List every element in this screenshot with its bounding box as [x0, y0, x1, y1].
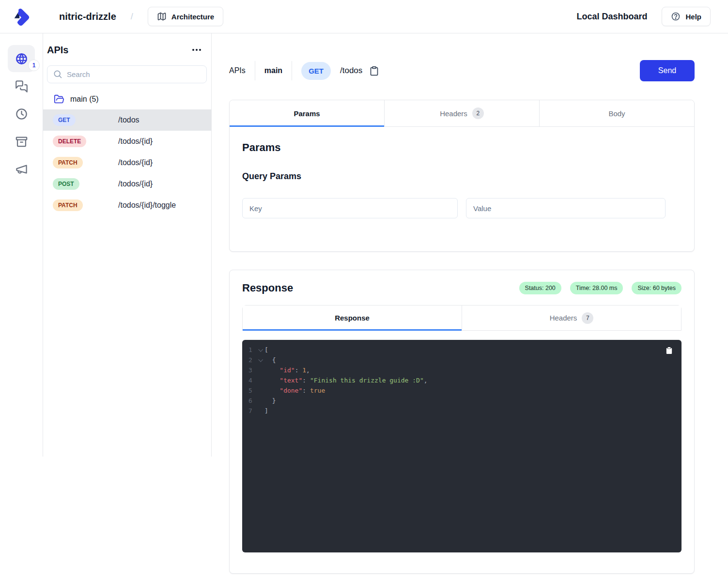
endpoint-path: /todos/{id} [118, 158, 153, 167]
copy-response-button[interactable] [665, 346, 673, 355]
method-badge: GET [53, 114, 76, 126]
help-label: Help [685, 13, 701, 21]
rail-item-schedules[interactable] [8, 100, 35, 127]
endpoint-list: GET /todos DELETE /todos/{id} PATCH /tod… [43, 109, 211, 216]
rail-item-storage[interactable] [8, 128, 35, 155]
method-badge: DELETE [53, 136, 86, 147]
nitric-logo-icon [11, 6, 31, 27]
size-badge: Size: 60 bytes [632, 282, 682, 294]
rail-item-apis[interactable]: 1 [8, 45, 35, 72]
clock-icon [15, 107, 28, 121]
nitric-logo[interactable] [0, 6, 43, 27]
endpoint-row[interactable]: PATCH /todos/{id} [43, 152, 211, 173]
map-icon [157, 12, 167, 21]
request-method-badge: GET [301, 62, 331, 80]
response-tabs: Response Headers 7 [242, 305, 682, 331]
request-card: Params Headers 2 Body Params Query Param… [229, 100, 695, 252]
tab-response-body[interactable]: Response [243, 306, 462, 330]
tab-headers[interactable]: Headers 2 [384, 100, 539, 126]
architecture-label: Architecture [171, 13, 214, 21]
endpoint-row[interactable]: PATCH /todos/{id}/toggle [43, 195, 211, 216]
title-separator: / [131, 12, 133, 22]
rail-item-topics[interactable] [8, 155, 35, 183]
send-button[interactable]: Send [640, 60, 695, 81]
main-content: APIs main GET /todos Send Params Heade [212, 33, 728, 581]
globe-icon [15, 52, 28, 65]
rail-item-websockets[interactable] [8, 73, 35, 100]
sidebar-menu-button[interactable] [191, 44, 202, 56]
breadcrumb-api-name[interactable]: main [264, 66, 282, 75]
breadcrumb-divider [255, 61, 255, 80]
status-badge: Status: 200 [519, 282, 561, 294]
endpoint-path: /todos [118, 116, 139, 124]
param-key-input[interactable] [242, 198, 458, 218]
megaphone-icon [15, 163, 28, 176]
method-badge: PATCH [53, 199, 83, 211]
endpoint-path: /todos/{id} [118, 180, 153, 188]
endpoint-row[interactable]: DELETE /todos/{id} [43, 131, 211, 152]
help-circle-icon [671, 12, 681, 21]
chat-icon [15, 80, 28, 93]
architecture-button[interactable]: Architecture [148, 7, 223, 26]
apis-count-badge: 1 [28, 60, 40, 71]
endpoint-row[interactable]: POST /todos/{id} [43, 173, 211, 195]
archive-icon [15, 135, 28, 148]
copy-path-button[interactable] [369, 66, 379, 76]
endpoint-row[interactable]: GET /todos [43, 109, 211, 131]
api-folder-main[interactable]: main (5) [43, 89, 211, 109]
breadcrumb-apis[interactable]: APIs [229, 66, 246, 75]
request-bar: APIs main GET /todos Send [229, 60, 695, 81]
folder-label: main (5) [70, 95, 99, 104]
method-badge: PATCH [53, 157, 83, 168]
response-card: Response Status: 200 Time: 28.00 ms Size… [229, 270, 695, 574]
project-title: nitric-drizzle [59, 11, 116, 22]
response-title: Response [242, 282, 293, 294]
tab-body[interactable]: Body [539, 100, 694, 126]
icon-rail: 1 [0, 33, 43, 581]
response-meta: Status: 200 Time: 28.00 ms Size: 60 byte… [519, 282, 682, 294]
response-headers-count-badge: 7 [582, 312, 593, 324]
time-badge: Time: 28.00 ms [570, 282, 623, 294]
apis-sidebar: APIs main (5) GET /todos DELETE [43, 33, 212, 457]
search-input[interactable] [47, 65, 207, 83]
help-button[interactable]: Help [662, 7, 711, 26]
endpoint-path: /todos/{id}/toggle [118, 201, 176, 210]
top-bar: nitric-drizzle / Architecture Local Dash… [0, 0, 728, 33]
endpoint-path: /todos/{id} [118, 137, 153, 146]
folder-open-icon [54, 94, 64, 105]
response-editor[interactable]: 1[2 {3 "id": 1,4 "text": "Finish this dr… [242, 340, 682, 552]
clipboard-icon [369, 66, 379, 76]
editor-lines: 1[2 {3 "id": 1,4 "text": "Finish this dr… [242, 345, 682, 416]
local-dashboard-label: Local Dashboard [576, 12, 647, 22]
search-icon [53, 69, 62, 79]
query-params-title: Query Params [242, 171, 682, 182]
ellipsis-icon [191, 44, 202, 56]
breadcrumb-divider [292, 61, 292, 80]
sidebar-title: APIs [47, 45, 68, 56]
request-tabs: Params Headers 2 Body [230, 100, 694, 127]
tab-params[interactable]: Params [230, 100, 384, 126]
headers-count-badge: 2 [472, 107, 484, 119]
clipboard-filled-icon [665, 346, 673, 355]
param-value-input[interactable] [466, 198, 666, 218]
tab-response-headers[interactable]: Headers 7 [462, 306, 681, 330]
request-path: /todos [340, 66, 362, 76]
params-title: Params [242, 141, 682, 154]
method-badge: POST [53, 178, 79, 190]
